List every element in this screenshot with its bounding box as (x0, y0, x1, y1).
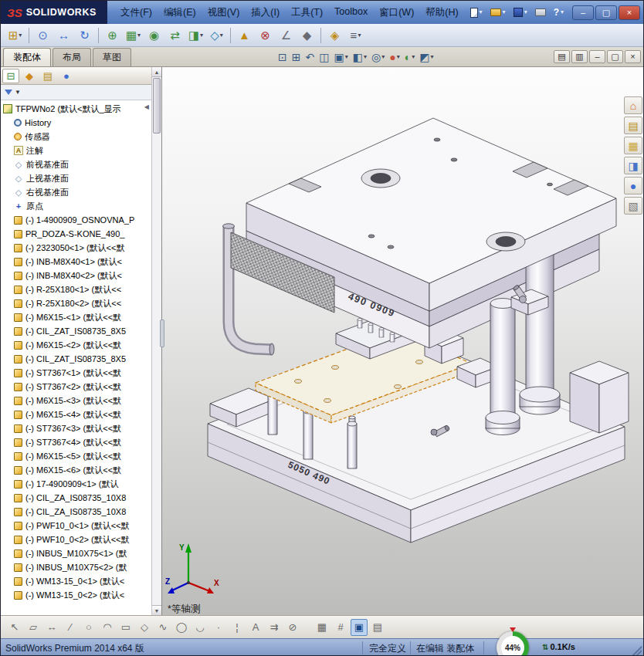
sketch-button[interactable]: ▱ (25, 619, 42, 636)
tree-item[interactable]: +原点 (1, 199, 151, 213)
display-manager-tab[interactable]: ● (58, 69, 75, 83)
view-settings-button[interactable]: ◩▾ (417, 49, 436, 65)
panel-collapse-icon[interactable]: ◀ (144, 103, 149, 110)
right-guide-block[interactable] (570, 361, 629, 433)
tree-item[interactable]: (-) ST7367<1> (默认<<默 (1, 366, 151, 380)
tree-item[interactable]: (-) 17-4900909<1> (默认 (1, 477, 151, 491)
maximize-window-button[interactable]: ▢ (595, 5, 617, 20)
tree-item[interactable]: (-) ST7367<3> (默认<<默 (1, 421, 151, 435)
custom-properties-tab[interactable]: ▧ (624, 197, 642, 215)
resize-grip[interactable] (632, 646, 642, 655)
tab-草图[interactable]: 草图 (93, 48, 131, 66)
fillet-button[interactable]: ◡ (192, 619, 208, 636)
tree-item[interactable]: (-) INB-M8X40<1> (默认< (1, 255, 151, 269)
tree-item[interactable]: (-) CIL_ZA_IS08735_10X8 (1, 505, 151, 519)
tree-item[interactable]: (-) WM13-15_0<2> (默认< (1, 588, 151, 602)
tree-item[interactable]: (-) R-25X180<2> (默认<< (1, 296, 151, 310)
tree-item[interactable]: ◇右视基准面 (1, 185, 151, 199)
tree-item[interactable]: (-) CIL_ZAT_IS08735_8X5 (1, 352, 151, 366)
rectangle-button[interactable]: ▭ (117, 619, 134, 636)
tree-item[interactable]: PR_DOZA-S-KONE_490_ (1, 227, 151, 241)
restore-document-button[interactable]: ▢ (607, 50, 623, 63)
display-style-button[interactable]: ◧▾ (351, 49, 369, 65)
view-sketch-relations-button[interactable]: ▣ (351, 619, 368, 636)
circular-component-pattern-button[interactable]: ◉ (144, 26, 164, 45)
ellipse-button[interactable]: ◯ (173, 619, 190, 636)
zoom-to-fit-button[interactable]: ⊡ (276, 49, 290, 65)
measure-button[interactable]: ∠ (276, 26, 296, 45)
zoom-to-area-button[interactable]: ⊞ (290, 49, 303, 65)
tree-item[interactable]: ◇上视基准面 (1, 171, 151, 185)
text-button[interactable]: A (247, 619, 264, 636)
scrollbar-thumb[interactable] (153, 78, 161, 134)
design-library-tab[interactable]: ▤ (624, 117, 642, 134)
tree-root[interactable]: TFPWNo2 (默认<默认_显示 (1, 102, 151, 116)
close-document-button[interactable]: × (625, 50, 641, 63)
section-view-button[interactable]: ◫ (317, 49, 331, 65)
arc-button[interactable]: ◠ (99, 619, 116, 636)
tree-item[interactable]: History (1, 116, 151, 130)
tree-item[interactable]: (-) 1-4900909_OSNOVNA_P (1, 213, 151, 227)
minimize-document-button[interactable]: – (589, 50, 605, 63)
tables-button[interactable]: ▤ (369, 619, 386, 636)
save-document-button[interactable]: ▾ (511, 6, 530, 19)
smart-dimension-button[interactable]: ↔ (43, 619, 60, 636)
mate-button[interactable]: ⊙ (33, 26, 53, 45)
hide-show-items-button[interactable]: ◎▾ (369, 49, 387, 65)
tree-item[interactable]: (-) 2323050<1> (默认<<默 (1, 241, 151, 255)
tile-horizontally-button[interactable]: ▤ (554, 50, 570, 63)
solidworks-resources-tab[interactable]: ⌂ (624, 96, 642, 114)
help-button[interactable]: ?▾ (551, 5, 566, 19)
view-palette-tab[interactable]: ◨ (624, 157, 642, 174)
tree-item[interactable]: A注解 (1, 144, 151, 157)
apply-scene-button[interactable]: ◐▾ (402, 49, 417, 65)
menu-item-工具(T)[interactable]: 工具(T) (286, 3, 328, 22)
spline-button[interactable]: ∿ (154, 619, 171, 636)
appearances-scenes-tab[interactable]: ● (624, 177, 642, 194)
mass-properties-button[interactable]: ◆ (297, 26, 317, 45)
model-canvas[interactable]: 5050 490 (162, 67, 643, 615)
scroll-up-icon[interactable]: ▲ (152, 67, 161, 77)
configuration-manager-tab[interactable]: ▤ (39, 69, 56, 83)
centerline-button[interactable]: ¦ (229, 619, 246, 636)
smart-fasteners-button[interactable]: ⊕ (103, 26, 122, 45)
insert-component-button[interactable]: ⊞▾ (5, 26, 25, 45)
rotate-component-button[interactable]: ↻ (75, 26, 94, 45)
feature-manager-tab[interactable]: ⊟ (2, 69, 19, 83)
tree-item[interactable]: (-) ST7367<2> (默认<<默 (1, 380, 151, 394)
new-document-button[interactable]: ▾ (468, 6, 485, 19)
trim-entities-button[interactable]: ⊘ (284, 619, 301, 636)
menu-item-文件(F)[interactable]: 文件(F) (115, 3, 158, 22)
circle-button[interactable]: ○ (80, 619, 97, 636)
tree-item[interactable]: (-) M6X15-<6> (默认<<默 (1, 463, 151, 477)
tree-item[interactable]: (-) M6X15-<5> (默认<<默 (1, 449, 151, 463)
edit-appearance-button[interactable]: ●▾ (387, 49, 402, 65)
tab-装配体[interactable]: 装配体 (3, 48, 51, 66)
tab-布局[interactable]: 布局 (53, 48, 91, 66)
tree-item[interactable]: (-) PWF10_0<1> (默认<<默 (1, 519, 151, 533)
tile-vertically-button[interactable]: ▥ (571, 50, 588, 63)
select-button[interactable]: ↖ (6, 619, 23, 636)
close-window-button[interactable]: × (619, 5, 640, 20)
move-component-button[interactable]: ↔ (54, 26, 73, 45)
tree-item[interactable]: (-) R-25X180<1> (默认<< (1, 282, 151, 296)
menu-item-窗口(W)[interactable]: 窗口(W) (374, 3, 419, 22)
tree-item[interactable]: (-) ST7367<4> (默认<<默 (1, 435, 151, 449)
options-button[interactable]: ≡▾ (346, 26, 365, 45)
exploded-view-button[interactable]: ▲ (235, 26, 254, 45)
tree-item[interactable]: (-) M6X15-<2> (默认<<默 (1, 338, 151, 352)
menu-item-帮助(H)[interactable]: 帮助(H) (420, 3, 463, 22)
filter-dropdown-arrow-icon[interactable]: ▼ (15, 89, 21, 96)
menu-item-插入(I)[interactable]: 插入(I) (246, 3, 285, 22)
tree-item[interactable]: (-) INBUS_M10X75<1> (默 (1, 546, 151, 560)
tree-item[interactable]: (-) CIL_ZAT_IS08735_8X5 (1, 324, 151, 338)
print-document-button[interactable] (533, 7, 548, 18)
menu-item-Toolbox[interactable]: Toolbox (329, 3, 373, 22)
point-button[interactable]: · (210, 619, 227, 636)
open-document-button[interactable]: ▾ (488, 7, 508, 18)
line-button[interactable]: ∕ (62, 619, 79, 636)
guide-pillar-front[interactable] (486, 299, 520, 435)
mirror-components-button[interactable]: ⇄ (165, 26, 185, 45)
tree-item[interactable]: (-) M6X15-<1> (默认<<默 (1, 310, 151, 324)
panel-splitter[interactable] (160, 320, 164, 347)
